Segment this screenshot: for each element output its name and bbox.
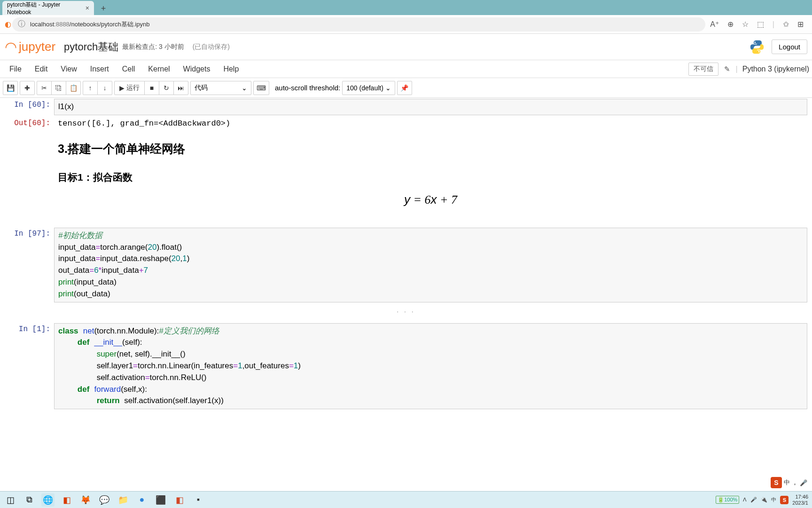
tray-expand-icon[interactable]: ᐱ [743, 497, 747, 503]
cell-type-select[interactable]: 代码 ⌄ [190, 81, 251, 95]
cut-button[interactable]: ✂ [37, 81, 52, 95]
zoom-icon[interactable]: ⊕ [727, 20, 734, 29]
browser-tab-strip: pytorch基础 - Jupyter Notebook × + [0, 0, 812, 15]
ime-indicator[interactable]: S 中 ， 🎤 [771, 477, 807, 488]
extensions-icon[interactable]: ⬚ [757, 20, 764, 29]
browser-actions: A⁺ ⊕ ☆ ⬚ | ✩ ⊞ [705, 20, 808, 29]
trust-badge[interactable]: 不可信 [688, 63, 718, 76]
collections-icon[interactable]: ⊞ [797, 20, 804, 29]
tab-title: pytorch基础 - Jupyter Notebook [7, 1, 86, 16]
explorer-icon[interactable]: 📁 [117, 493, 130, 507]
output-cell-60: Out[60]: tensor([6.], grad_fn=<AddBackwa… [0, 116, 812, 131]
battery-icon-wrap[interactable]: 🔋100% [716, 496, 739, 504]
code-input[interactable]: class net(torch.nn.Module):#定义我们的网络 def … [54, 323, 807, 410]
task-view-icon[interactable]: ⧉ [23, 493, 36, 507]
output-text: tensor([6.], grad_fn=<AddBackward0>) [54, 117, 807, 130]
move-down-button[interactable]: ↓ [97, 81, 112, 95]
paste-button[interactable]: 📋 [66, 81, 81, 95]
url-host: localhost [30, 21, 54, 28]
pin-button[interactable]: 📌 [397, 81, 412, 95]
code-input[interactable]: #初始化数据 input_data=torch.arange(20).float… [54, 228, 807, 302]
add-cell-button[interactable]: ✚ [20, 81, 35, 95]
edge-icon[interactable]: 🌐 [41, 493, 55, 507]
menu-widgets[interactable]: Widgets [177, 62, 217, 76]
favorite-icon[interactable]: ☆ [742, 20, 749, 29]
jupyter-favicon-icon: ◐ [4, 20, 12, 29]
mic-tray-icon[interactable]: 🎤 [750, 497, 757, 503]
command-palette-button[interactable]: ⌨ [253, 81, 269, 95]
autosave-text: (已自动保存) [193, 43, 230, 51]
url-bar: ◐ ⓘ localhost:8888/notebooks/pytorch基础.i… [0, 15, 812, 34]
sogou-tray-icon[interactable]: S [780, 496, 789, 504]
subheading-target1: 目标1：拟合函数 [58, 171, 804, 184]
menu-edit[interactable]: Edit [28, 62, 55, 76]
menu-view[interactable]: View [54, 62, 83, 76]
copy-button[interactable]: ⿻ [51, 81, 66, 95]
chevron-down-icon: ⌄ [242, 84, 247, 92]
url-input[interactable]: ⓘ localhost:8888/notebooks/pytorch基础.ipy… [12, 17, 705, 32]
battery-tray-icon[interactable]: 🔌 [761, 497, 767, 503]
markdown-cell[interactable]: 3.搭建一个简单神经网络 目标1：拟合函数 y = 6x + 7 [0, 131, 812, 217]
notebook-name[interactable]: pytorch基础 [64, 40, 118, 54]
jupyter-logo[interactable]: ◠jupyter [5, 39, 55, 55]
sogou-icon[interactable]: S [771, 477, 782, 488]
taskbar: ◫ ⧉ 🌐 ◧ 🦊 💬 📁 ● ⬛ ◧ ▪ 🔋100% ᐱ 🎤 🔌 中 S 17… [0, 491, 812, 508]
toolbar: 💾 ✚ ✂ ⿻ 📋 ↑ ↓ ▶ 运行 ■ ↻ ⏭ 代码 ⌄ ⌨ auto-scr… [0, 78, 812, 98]
ime-lang[interactable]: 中 [784, 478, 790, 487]
code-cell-97[interactable]: In [97]: #初始化数据 input_data=torch.arange(… [0, 227, 812, 303]
browser-tab[interactable]: pytorch基础 - Jupyter Notebook × [2, 1, 94, 15]
menu-cell[interactable]: Cell [116, 62, 142, 76]
terminal-icon[interactable]: ▪ [192, 493, 205, 507]
interrupt-button[interactable]: ■ [144, 81, 159, 95]
menu-kernel[interactable]: Kernel [141, 62, 176, 76]
menu-insert[interactable]: Insert [84, 62, 116, 76]
menu-bar: File Edit View Insert Cell Kernel Widget… [0, 60, 812, 78]
in-prompt: In [1]: [0, 323, 54, 410]
save-button[interactable]: 💾 [3, 81, 18, 95]
ime-mic-icon[interactable]: 🎤 [800, 479, 807, 486]
autoscroll-select[interactable]: 100 (default) ⌄ [342, 81, 395, 95]
read-aloud-icon[interactable]: A⁺ [710, 20, 719, 29]
svg-point-1 [758, 51, 760, 52]
url-path: /notebooks/pytorch基础.ipynb [70, 20, 150, 29]
ime-tray[interactable]: 中 [771, 496, 776, 503]
menu-file[interactable]: File [3, 62, 28, 76]
info-icon: ⓘ [18, 19, 25, 29]
wechat-icon[interactable]: 💬 [98, 493, 111, 507]
restart-run-all-button[interactable]: ⏭ [173, 81, 188, 95]
logout-button[interactable]: Logout [772, 40, 807, 54]
system-tray: 🔋100% ᐱ 🎤 🔌 中 S 17:46 2023/1 [716, 494, 808, 505]
url-port: :8888 [54, 21, 70, 28]
run-button[interactable]: ▶ 运行 [114, 81, 145, 95]
output-collapsed-ellipsis[interactable]: . . . [0, 303, 812, 317]
menu-help[interactable]: Help [217, 62, 245, 76]
autoscroll-label: auto-scroll threshold: [275, 84, 340, 92]
formula: y = 6x + 7 [58, 192, 804, 207]
clock-time[interactable]: 17:46 [792, 494, 808, 500]
out-prompt: Out[60]: [0, 117, 54, 130]
new-tab-button[interactable]: + [96, 2, 110, 15]
close-icon[interactable]: × [86, 4, 89, 12]
favorites-bar-icon[interactable]: ✩ [783, 20, 789, 29]
in-prompt: In [97]: [0, 228, 54, 302]
checkpoint-text: 最新检查点: 3 小时前 [122, 43, 184, 51]
restart-button[interactable]: ↻ [159, 81, 174, 95]
code-input[interactable]: l1(x) [54, 99, 807, 115]
kernel-name[interactable]: Python 3 (ipykernel) [742, 65, 809, 73]
ime-punct-icon[interactable]: ， [792, 478, 798, 487]
pencil-icon[interactable]: ✎ [724, 65, 730, 73]
firefox-icon[interactable]: 🦊 [79, 493, 92, 507]
heading-3: 3.搭建一个简单神经网络 [58, 141, 804, 157]
browser2-icon[interactable]: ● [135, 493, 148, 507]
start-button[interactable]: ◫ [4, 493, 17, 507]
powerpoint-icon[interactable]: ◧ [173, 493, 186, 507]
code-cell-1[interactable]: In [1]: class net(torch.nn.Module):#定义我们… [0, 322, 812, 411]
code-cell-60[interactable]: In [60]: l1(x) [0, 98, 812, 116]
in-prompt: In [60]: [0, 99, 54, 115]
notebook-body: In [60]: l1(x) Out[60]: tensor([6.], gra… [0, 98, 812, 410]
jupyter-header: ◠jupyter pytorch基础 最新检查点: 3 小时前 (已自动保存) … [0, 34, 812, 60]
move-up-button[interactable]: ↑ [83, 81, 98, 95]
xshell-icon[interactable]: ⬛ [154, 493, 167, 507]
clock-date[interactable]: 2023/1 [792, 500, 808, 506]
office-icon[interactable]: ◧ [60, 493, 73, 507]
